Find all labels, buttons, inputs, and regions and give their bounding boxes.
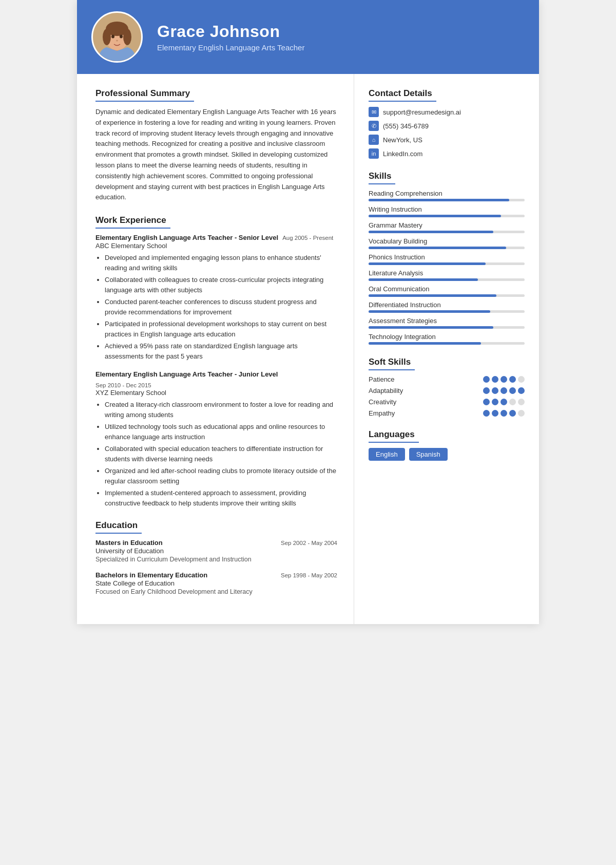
job-company: ABC Elementary School: [95, 242, 337, 250]
skill-bar-bg: [369, 342, 525, 345]
job-bullet: Collaborated with special education teac…: [105, 444, 337, 464]
edu-spec: Focused on Early Childhood Development a…: [95, 588, 337, 595]
contact-icon: ⌂: [369, 135, 379, 145]
soft-skill-name: Empathy: [369, 409, 395, 417]
job-bullet: Created a literacy-rich classroom enviro…: [105, 400, 337, 420]
skill-bar-fill: [369, 310, 490, 313]
contact-list: ✉ support@resumedesign.ai ✆ (555) 345-67…: [369, 107, 525, 159]
language-tags: EnglishSpanish: [369, 448, 525, 461]
skill-item: Grammar Mastery: [369, 221, 525, 233]
person-name: Grace Johnson: [157, 22, 304, 41]
skill-item: Literature Analysis: [369, 269, 525, 281]
skills-section: Skills Reading Comprehension Writing Ins…: [369, 171, 525, 345]
job-bullets: Created a literacy-rich classroom enviro…: [95, 400, 337, 508]
skills-container: Reading Comprehension Writing Instructio…: [369, 190, 525, 345]
soft-skill-dot: [483, 387, 490, 394]
skill-name: Assessment Strategies: [369, 317, 525, 325]
job-bullet: Utilized technology tools such as educat…: [105, 422, 337, 442]
skill-bar-fill: [369, 199, 509, 201]
skill-item: Differentiated Instruction: [369, 301, 525, 313]
edu-school: University of Education: [95, 547, 337, 555]
skill-name: Reading Comprehension: [369, 190, 525, 197]
soft-skills-section: Soft Skills Patience Adaptability Creati…: [369, 357, 525, 417]
edu-item: Bachelors in Elementary Education Sep 19…: [95, 571, 337, 595]
contact-value: LinkedIn.com: [383, 150, 422, 158]
skill-item: Technology Integration: [369, 333, 525, 345]
skill-name: Literature Analysis: [369, 269, 525, 277]
soft-skill-dot: [483, 399, 490, 405]
person-title: Elementary English Language Arts Teacher: [157, 43, 304, 52]
soft-skill-dot: [518, 387, 525, 394]
skill-bar-bg: [369, 231, 525, 233]
summary-section: Professional Summary Dynamic and dedicat…: [95, 88, 337, 203]
job-bullet: Developed and implemented engaging lesso…: [105, 253, 337, 273]
skill-name: Writing Instruction: [369, 205, 525, 213]
skill-name: Differentiated Instruction: [369, 301, 525, 309]
job-title-row: Elementary English Language Arts Teacher…: [95, 234, 337, 241]
svg-point-4: [103, 29, 111, 45]
contact-item: ✉ support@resumedesign.ai: [369, 107, 525, 117]
soft-skill-item: Creativity: [369, 398, 525, 406]
soft-skill-dot: [509, 376, 516, 383]
skill-bar-fill: [369, 278, 478, 281]
skill-name: Oral Communication: [369, 285, 525, 293]
skill-item: Oral Communication: [369, 285, 525, 297]
skill-item: Assessment Strategies: [369, 317, 525, 329]
header: Grace Johnson Elementary English Languag…: [77, 0, 539, 74]
soft-skill-dot: [509, 399, 516, 405]
contact-icon: ✆: [369, 121, 379, 131]
soft-skill-name: Patience: [369, 375, 395, 383]
soft-skill-dot: [518, 399, 525, 405]
job-item: Elementary English Language Arts Teacher…: [95, 370, 337, 508]
edu-date: Sep 1998 - May 2002: [281, 572, 337, 578]
work-title: Work Experience: [95, 215, 170, 229]
soft-dots: [483, 387, 525, 394]
skill-bar-bg: [369, 247, 525, 249]
edu-title-row: Bachelors in Elementary Education Sep 19…: [95, 571, 337, 579]
soft-skills-title: Soft Skills: [369, 357, 415, 370]
edu-date: Sep 2002 - May 2004: [281, 540, 337, 546]
skill-bar-bg: [369, 294, 525, 297]
skill-bar-fill: [369, 262, 486, 265]
soft-skill-dot: [492, 399, 498, 405]
skill-item: Reading Comprehension: [369, 190, 525, 201]
soft-skill-dot: [500, 387, 507, 394]
soft-dots: [483, 376, 525, 383]
soft-skill-dot: [500, 376, 507, 383]
contact-value: NewYork, US: [383, 136, 422, 144]
soft-skill-dot: [518, 376, 525, 383]
jobs-container: Elementary English Language Arts Teacher…: [95, 234, 337, 508]
soft-skill-dot: [500, 399, 507, 405]
soft-dots: [483, 410, 525, 417]
contact-icon: ✉: [369, 107, 379, 117]
job-title: Elementary English Language Arts Teacher…: [95, 370, 278, 378]
skill-bar-bg: [369, 262, 525, 265]
contact-section: Contact Details ✉ support@resumedesign.a…: [369, 88, 525, 159]
edu-container: Masters in Education Sep 2002 - May 2004…: [95, 539, 337, 595]
job-title-row: Elementary English Language Arts Teacher…: [95, 370, 337, 388]
soft-skill-dot: [509, 387, 516, 394]
skill-item: Writing Instruction: [369, 205, 525, 217]
skill-bar-fill: [369, 247, 506, 249]
header-text: Grace Johnson Elementary English Languag…: [157, 22, 304, 52]
avatar: [91, 11, 143, 63]
soft-skill-item: Adaptability: [369, 387, 525, 394]
languages-section: Languages EnglishSpanish: [369, 429, 525, 461]
job-bullet: Implemented a student-centered approach …: [105, 488, 337, 508]
summary-title: Professional Summary: [95, 88, 194, 102]
skill-name: Grammar Mastery: [369, 221, 525, 229]
svg-point-7: [120, 35, 123, 39]
job-company: XYZ Elementary School: [95, 389, 337, 397]
svg-point-5: [123, 29, 131, 45]
soft-skills-container: Patience Adaptability Creativity Empathy: [369, 375, 525, 417]
job-bullet: Collaborated with colleagues to create c…: [105, 275, 337, 295]
contact-value: support@resumedesign.ai: [383, 108, 461, 116]
soft-skill-item: Empathy: [369, 409, 525, 417]
soft-skill-dot: [483, 376, 490, 383]
skill-bar-fill: [369, 342, 481, 345]
summary-text: Dynamic and dedicated Elementary English…: [95, 107, 337, 203]
resume-container: Grace Johnson Elementary English Languag…: [77, 0, 539, 624]
skill-bar-bg: [369, 310, 525, 313]
skill-bar-bg: [369, 326, 525, 329]
soft-skill-dot: [518, 410, 525, 417]
